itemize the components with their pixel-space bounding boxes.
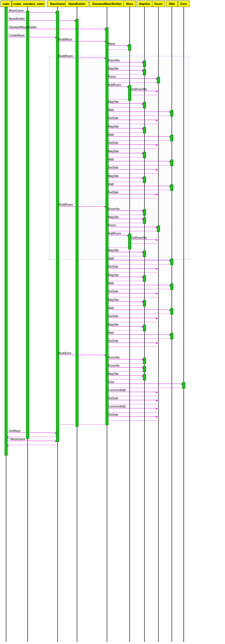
message-line: ▶ xyxy=(58,355,106,355)
message-label: MapSite xyxy=(108,174,119,178)
message-label: SetSide xyxy=(108,397,118,400)
activation xyxy=(170,110,173,117)
message-line: ▶ xyxy=(8,20,76,21)
message-label: RoomNo xyxy=(108,207,119,211)
activation xyxy=(170,333,173,339)
header-Room: Room xyxy=(152,1,165,7)
message-label: SetSide xyxy=(108,413,118,416)
message-label: SetSide xyxy=(108,290,118,293)
header-StandardMazeBuilder: StandardMazeBuilder xyxy=(90,1,124,7)
activation xyxy=(143,152,146,158)
message-line: ▶ xyxy=(107,219,143,219)
activation xyxy=(5,7,8,456)
activation xyxy=(143,325,146,331)
message-label: SetSide xyxy=(108,141,118,144)
message-line: ◀ xyxy=(107,231,157,231)
message-line: ▶ xyxy=(107,384,182,384)
activation xyxy=(143,69,146,75)
activation xyxy=(143,366,146,372)
message-line: ▶ xyxy=(107,392,157,392)
message-line: ◀ xyxy=(107,66,143,66)
message-line: ◀ xyxy=(107,297,157,297)
message-line: ◀ xyxy=(107,371,143,372)
message-label: ~MazeGame xyxy=(9,437,26,441)
message-line: ◀ xyxy=(107,107,143,108)
message-line: ▶ xyxy=(107,169,157,170)
message-label: BuildRoom xyxy=(59,203,73,206)
activation xyxy=(143,61,146,67)
message-label: GetRoomNo xyxy=(131,88,147,91)
message-line: ▶ xyxy=(107,103,143,104)
message-line: ◀ xyxy=(107,182,143,182)
activation xyxy=(56,11,59,442)
message-label: StandardMazeBuilder xyxy=(9,26,37,29)
message-label: CreateMaze xyxy=(9,34,24,37)
message-line: ▶ xyxy=(107,153,143,153)
message-line: ▶ xyxy=(8,37,56,37)
message-line: ◀ xyxy=(130,244,157,244)
message-line: ◀ xyxy=(107,412,157,412)
message-line: ◀ xyxy=(8,445,56,445)
message-line: ◀ xyxy=(107,198,157,198)
message-line: ◀ xyxy=(107,256,143,256)
message-line: ▶ xyxy=(107,334,170,335)
message-line: ▶ xyxy=(107,186,170,186)
message-label: MazeGame xyxy=(9,9,24,12)
message-label: MazeBuilder xyxy=(9,17,25,20)
message-label: GetMaze xyxy=(9,429,21,433)
activation xyxy=(170,308,173,315)
message-line: ▶ xyxy=(107,161,170,161)
activation xyxy=(170,135,173,141)
message-line: ▶ xyxy=(107,310,170,310)
message-line: ▶ xyxy=(107,136,170,137)
message-label: AddRoom xyxy=(108,83,121,87)
message-label: MapSite xyxy=(108,150,119,153)
message-label: MapSite xyxy=(108,249,119,252)
message-label: RoomNo xyxy=(108,59,119,62)
message-line: ◀ xyxy=(107,149,157,149)
message-label: MapSite xyxy=(108,372,119,375)
message-label: MapSite xyxy=(108,216,119,219)
message-line: ▶ xyxy=(107,260,170,260)
message-label: BuildRoom xyxy=(59,54,73,58)
message-line: ◀ xyxy=(107,289,170,289)
message-label: SetSide xyxy=(108,315,118,318)
message-label: CommonWall xyxy=(108,389,126,392)
header-MapSite: MapSite xyxy=(137,1,153,7)
message-label: MapSite xyxy=(108,125,119,128)
message-label: AddRoom xyxy=(108,232,121,235)
message-label: SetSide xyxy=(108,191,118,194)
message-line: ▶ xyxy=(130,239,157,240)
message-label: GetRoomNo xyxy=(131,236,147,239)
message-label: Door xyxy=(108,380,115,384)
message-line: ◀ xyxy=(107,50,128,50)
message-line: ▶ xyxy=(107,194,157,194)
message-line: ▶ xyxy=(107,62,143,62)
message-line: ◀ xyxy=(107,314,170,314)
message-line: ◀ xyxy=(107,248,128,248)
message-line: ▶ xyxy=(107,400,157,400)
message-label: MapSite xyxy=(108,323,119,326)
message-line: ◀ xyxy=(107,132,143,133)
activation xyxy=(170,160,173,166)
activation xyxy=(170,283,173,290)
message-line: ◀ xyxy=(107,223,143,223)
message-label: Wall xyxy=(108,108,114,112)
message-line: ▶ xyxy=(8,433,56,433)
header-Maze: Maze xyxy=(124,1,136,7)
message-line: ▶ xyxy=(107,301,143,302)
message-line: ◀ xyxy=(107,322,157,322)
message-line: ▶ xyxy=(58,58,106,58)
message-line: ◀ xyxy=(107,173,157,174)
message-label: Wall xyxy=(108,133,114,136)
message-line: ▶ xyxy=(107,293,157,293)
message-line: ▶ xyxy=(107,227,157,227)
message-line: ▶ xyxy=(107,144,157,145)
message-line: ▶ xyxy=(107,367,143,368)
message-line: ▶ xyxy=(107,326,143,327)
message-line: ◀ xyxy=(107,264,170,264)
message-label: BuildMaze xyxy=(59,38,72,41)
activation xyxy=(143,102,146,108)
message-label: SetSide xyxy=(108,166,118,169)
activation xyxy=(170,184,173,191)
